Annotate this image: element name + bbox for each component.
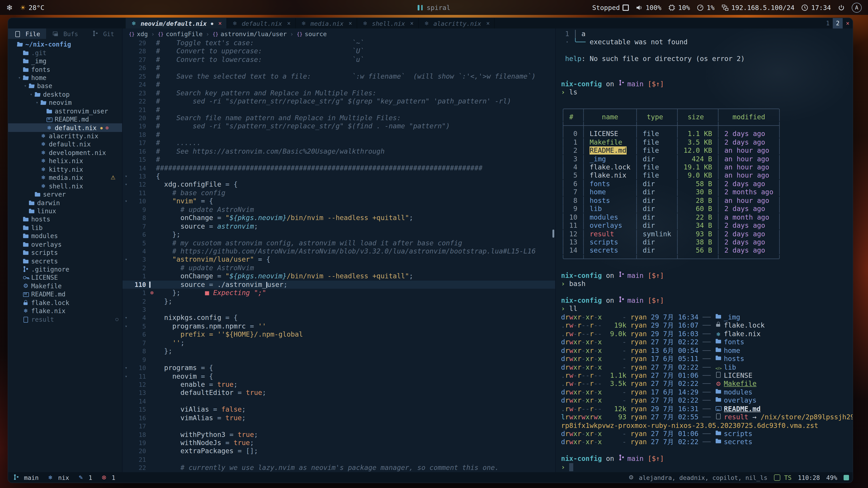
user-avatar[interactable]: A: [852, 2, 862, 12]
tree-item-kitty.nix[interactable]: kitty.nix: [8, 165, 122, 173]
editor-line[interactable]: 1 onChange = "${pkgs.neovim}/bin/nvim --…: [123, 272, 555, 281]
tree-item-desktop[interactable]: ▾desktop: [8, 90, 122, 98]
editor-line[interactable]: 6 prefix = ''${HOME}/.npm-global: [123, 330, 555, 339]
close-icon[interactable]: ×: [486, 20, 490, 27]
tree-item-server[interactable]: server: [8, 190, 122, 199]
editor-line[interactable]: 17# ......: [123, 139, 555, 147]
tree-item-README.md[interactable]: README.md: [8, 115, 122, 124]
editor-line[interactable]: 14: [123, 397, 555, 405]
memory-widget[interactable]: 10%: [668, 4, 690, 11]
editor-line[interactable]: 5 # my cusotom astronvim config, astronv…: [123, 239, 555, 247]
editor-line[interactable]: 29# Toggle text's case: `~`: [123, 39, 555, 47]
tree-item-helix.nix[interactable]: helix.nix: [8, 157, 122, 165]
editor-line[interactable]: 9 # update AstroNvim: [123, 205, 555, 214]
editor-line[interactable]: 8 onChange = "${pkgs.neovim}/bin/nvim --…: [123, 214, 555, 222]
editor-line[interactable]: 8 };: [123, 347, 555, 355]
status-error-count[interactable]: 1: [100, 474, 115, 481]
tree-item-linux[interactable]: linux: [8, 207, 122, 215]
editor-line[interactable]: ▾10 programs = {: [123, 364, 555, 372]
editor-line[interactable]: 7 source = astronvim;: [123, 222, 555, 230]
status-lsp-clients[interactable]: alejandra, deadnix, copilot, nil_ls: [627, 474, 767, 481]
tree-item-shell.nix[interactable]: shell.nix: [8, 182, 122, 190]
tree-item-.gitignore[interactable]: .gitignore: [8, 265, 122, 273]
editor-line[interactable]: 16# See https://astronvim.com/Basic%20Us…: [123, 147, 555, 156]
close-icon[interactable]: ×: [410, 20, 414, 27]
breadcrumb-astronvim/lua/user[interactable]: {}astronvim/lua/user: [213, 30, 287, 37]
close-icon[interactable]: ×: [348, 20, 352, 27]
tree-item-home[interactable]: ▾home: [8, 74, 122, 82]
tree-item-astronvim_user[interactable]: astronvim_user: [8, 107, 122, 115]
media-player-widget[interactable]: spiral: [418, 4, 451, 11]
volume-widget[interactable]: 100%: [636, 4, 661, 11]
temperature-widget[interactable]: ☀ 28°C: [20, 4, 44, 11]
editor-line[interactable]: 11 # base config: [123, 189, 555, 197]
tree-item-development.nix[interactable]: development.nix: [8, 149, 122, 157]
editor-line[interactable]: 22# sed -ri "s/pattern_str/replace_str/g…: [123, 97, 555, 105]
editor-line[interactable]: 6 };: [123, 230, 555, 239]
power-icon[interactable]: [838, 4, 845, 11]
editor-line[interactable]: 3: [123, 305, 555, 314]
sidebar-tab-bufs[interactable]: Bufs: [46, 29, 84, 39]
editor-line[interactable]: 2 # update AstroNvim: [123, 264, 555, 272]
tabpage-1[interactable]: 1: [823, 18, 833, 29]
cpu-widget[interactable]: 1%: [697, 4, 715, 11]
editor-line[interactable]: 7 '';: [123, 339, 555, 347]
tree-item-default.nix[interactable]: default.nix●⊗: [8, 124, 122, 132]
tree-item-~/nix-config[interactable]: ~/nix-config: [8, 40, 122, 48]
network-widget[interactable]: 192.168.5.100/24: [721, 4, 794, 11]
sidebar-tab-file[interactable]: File: [8, 29, 46, 39]
tree-item-default.nix[interactable]: default.nix: [8, 140, 122, 149]
editor-line[interactable]: 21: [123, 455, 555, 464]
tree-item-flake.lock[interactable]: flake.lock: [8, 298, 122, 307]
editor-line[interactable]: 23# Search key pattern and Replace in Mu…: [123, 89, 555, 97]
editor-line[interactable]: 13 defaultEditor = true;: [123, 389, 555, 397]
tree-item-.git[interactable]: .git: [8, 48, 122, 57]
editor-line[interactable]: 2 };: [123, 297, 555, 305]
tree-item-base[interactable]: ▾base: [8, 82, 122, 90]
editor-line[interactable]: 25# Save the selected text to a file: `:…: [123, 72, 555, 80]
editor-pane[interactable]: {}xdg›{}configFile›{}astronvim/lua/user›…: [123, 29, 555, 472]
tree-item-scripts[interactable]: scripts: [8, 249, 122, 257]
editor-line[interactable]: 18 withPython3 = true;: [123, 430, 555, 439]
terminal-pane[interactable]: 1 │ a · ╰── executable was not found hel…: [555, 29, 852, 472]
editor-line[interactable]: 15#: [123, 156, 555, 164]
breadcrumb-source[interactable]: {}source: [297, 30, 327, 37]
editor-line[interactable]: 4 # https://github.com/AstroNvim/AstroNv…: [123, 247, 555, 256]
tab-media.nix[interactable]: media.nix×: [296, 18, 357, 29]
tree-item-LICENSE[interactable]: LICENSE: [8, 273, 122, 282]
status-filetype[interactable]: nix: [47, 474, 69, 481]
tree-item-flake.nix[interactable]: flake.nix: [8, 307, 122, 315]
editor-line[interactable]: 27# Convert to lowercase: `u`: [123, 56, 555, 64]
editor-line[interactable]: 12 enable = true;: [123, 381, 555, 389]
tab-default.nix[interactable]: default.nix×: [227, 18, 296, 29]
editor-line[interactable]: 16 vimAlias = true;: [123, 414, 555, 422]
editor-line[interactable]: 17: [123, 422, 555, 430]
editor-line[interactable]: 24#: [123, 80, 555, 89]
tree-item-alacritty.nix[interactable]: alacritty.nix: [8, 132, 122, 140]
tab-alacritty.nix[interactable]: alacritty.nix×: [418, 18, 495, 29]
sidebar-tab-git[interactable]: Git: [84, 29, 122, 39]
tree-item-fonts[interactable]: fonts: [8, 65, 122, 74]
editor-line[interactable]: 28# Convert to uppercase: `U`: [123, 47, 555, 56]
player-status-widget[interactable]: Stopped: [592, 4, 629, 11]
editor-line[interactable]: ▾13{: [123, 172, 555, 181]
tree-item-README.md[interactable]: README.md: [8, 290, 122, 298]
tree-item-media.nix[interactable]: media.nix: [8, 173, 122, 182]
breadcrumb-configFile[interactable]: {}configFile: [158, 30, 203, 37]
editor-line[interactable]: 110 source = ./astronvim_user;: [123, 281, 555, 289]
tree-item-neovim[interactable]: ▾neovim: [8, 98, 122, 107]
tree-item-lib[interactable]: lib: [8, 223, 122, 232]
status-scroll-percent[interactable]: 49%: [826, 474, 837, 481]
editor-line[interactable]: ▾11 neovim = {: [123, 372, 555, 381]
scrollbar-thumb[interactable]: [553, 230, 554, 238]
status-modified-count[interactable]: 1: [77, 474, 92, 481]
editor-line[interactable]: ▾4 nixpkgs.config = {: [123, 314, 555, 322]
editor-line[interactable]: ▾12 xdg.configFile = {: [123, 181, 555, 189]
editor-line[interactable]: 20# Search file name pattern and Replace…: [123, 114, 555, 122]
clock-widget[interactable]: 17:34: [801, 4, 831, 11]
editor-line[interactable]: ▾3 "astronvim/lua/user" = {: [123, 256, 555, 264]
editor-line[interactable]: 18#: [123, 131, 555, 139]
breadcrumb-xdg[interactable]: {}xdg: [129, 30, 148, 37]
tree-item-Makefile[interactable]: Makefile: [8, 282, 122, 290]
editor-line[interactable]: 15 viAlias = false;: [123, 405, 555, 414]
